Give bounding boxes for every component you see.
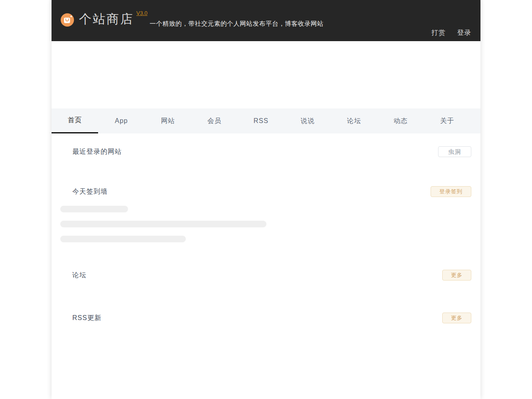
skeleton-bar — [60, 221, 266, 227]
reward-button[interactable]: 打赏 — [431, 29, 446, 37]
site-subtitle: 一个精致的，带社交元素的个人网站发布平台，博客收录网站 — [150, 20, 324, 28]
section-rss-updates: RSS更新 更多 — [60, 313, 471, 323]
skeleton-bar — [60, 206, 128, 212]
forum-more-button[interactable]: 更多 — [442, 270, 471, 281]
section-signin-wall: 今天签到墙 登录签到 — [60, 186, 471, 197]
tab-rss[interactable]: RSS — [238, 108, 284, 133]
version-link[interactable]: V3.0 — [136, 10, 148, 16]
skeleton-bar — [60, 236, 186, 242]
hero-banner-empty — [52, 41, 480, 108]
tab-home[interactable]: 首页 — [52, 108, 98, 133]
section-forum: 论坛 更多 — [60, 270, 471, 281]
login-button[interactable]: 登录 — [457, 29, 471, 37]
tab-about[interactable]: 关于 — [424, 108, 470, 133]
tab-app[interactable]: App — [98, 108, 145, 133]
tab-shuoshuo[interactable]: 说说 — [284, 108, 331, 133]
main-nav: 首页 App 网站 会员 RSS 说说 论坛 动态 关于 — [52, 108, 480, 133]
tab-website[interactable]: 网站 — [145, 108, 191, 133]
site-title: 个站商店 — [79, 11, 134, 28]
section-title-rss-updates: RSS更新 — [72, 314, 101, 323]
section-title-recent-sites: 最近登录的网站 — [72, 148, 122, 156]
login-signin-button[interactable]: 登录签到 — [431, 186, 471, 197]
tab-forum[interactable]: 论坛 — [331, 108, 377, 133]
wormhole-button[interactable]: 虫洞 — [438, 146, 471, 157]
signin-wall-loading-skeleton — [60, 206, 471, 242]
header-actions: 打赏 登录 — [431, 29, 471, 37]
site-header: 个站商店 V3.0 一个精致的，带社交元素的个人网站发布平台，博客收录网站 打赏… — [52, 0, 480, 41]
page-column: 个站商店 V3.0 一个精致的，带社交元素的个人网站发布平台，博客收录网站 打赏… — [52, 0, 480, 399]
main-content: 最近登录的网站 虫洞 今天签到墙 登录签到 论坛 更多 RSS更新 更多 — [52, 146, 480, 323]
tab-member[interactable]: 会员 — [191, 108, 238, 133]
section-title-signin-wall: 今天签到墙 — [72, 187, 108, 196]
tab-activity[interactable]: 动态 — [377, 108, 424, 133]
section-recent-sites: 最近登录的网站 虫洞 — [60, 146, 471, 157]
rss-more-button[interactable]: 更多 — [442, 313, 471, 323]
section-title-forum: 论坛 — [72, 271, 86, 280]
shopping-bag-icon[interactable] — [61, 13, 74, 27]
